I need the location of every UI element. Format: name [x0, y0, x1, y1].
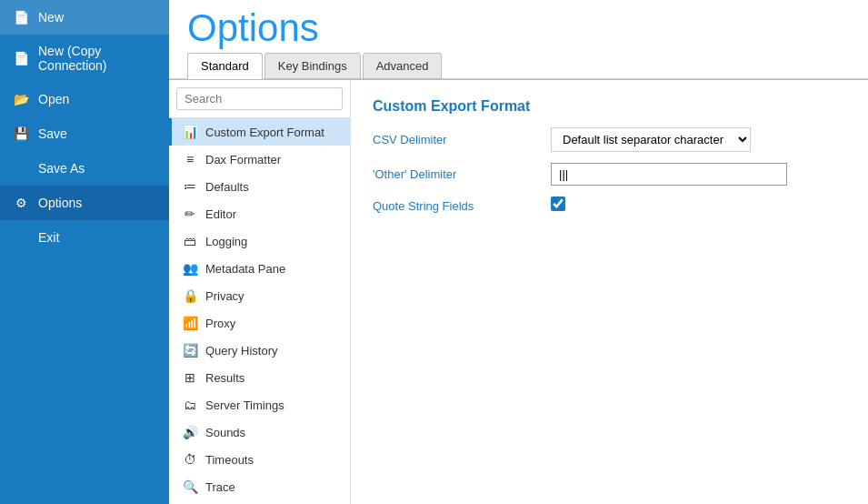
tabs-row: Standard Key Bindings Advanced	[187, 53, 850, 79]
other-delimiter-control	[551, 163, 846, 186]
save-icon: 💾	[13, 126, 29, 142]
results-icon: ⊞	[182, 370, 198, 385]
nav-item-defaults[interactable]: ≔ Defaults	[169, 173, 350, 200]
csv-delimiter-control: Default list separator character Comma S…	[551, 127, 846, 152]
timeouts-icon: ⏱	[182, 452, 198, 467]
sidebar-item-exit[interactable]: Exit	[0, 220, 169, 255]
nav-item-label: Privacy	[205, 289, 244, 303]
nav-item-privacy[interactable]: 🔒 Privacy	[169, 282, 350, 309]
main-content: Options Standard Key Bindings Advanced 📊…	[169, 0, 868, 504]
nav-item-trace[interactable]: 🔍 Trace	[169, 473, 350, 500]
sidebar-item-label: New (Copy Connection)	[38, 44, 156, 73]
nav-item-label: Dax Formatter	[205, 153, 281, 166]
trace-icon: 🔍	[182, 479, 198, 494]
nav-item-label: Custom Export Format	[205, 126, 324, 139]
sidebar-item-label: Open	[38, 92, 69, 106]
new-doc-icon: 📄	[13, 9, 29, 25]
nav-item-custom-export-format[interactable]: 📊 Custom Export Format	[169, 118, 350, 146]
new-copy-icon: 📄	[13, 50, 29, 66]
nav-item-label: Editor	[205, 207, 236, 221]
other-delimiter-row: 'Other' Delimiter	[373, 163, 846, 186]
save-as-icon	[13, 160, 29, 176]
privacy-icon: 🔒	[182, 288, 198, 303]
other-delimiter-label: 'Other' Delimiter	[373, 167, 536, 181]
quote-string-fields-checkbox[interactable]	[551, 197, 565, 211]
nav-item-label: Server Timings	[205, 398, 284, 412]
nav-item-label: Timeouts	[205, 453, 254, 467]
editor-icon: ✏	[182, 207, 198, 221]
sidebar-item-new[interactable]: 📄 New	[0, 0, 169, 35]
sidebar-item-label: New	[38, 10, 64, 25]
csv-delimiter-label: CSV Delimiter	[373, 133, 536, 146]
nav-item-label: Query History	[205, 344, 277, 358]
exit-icon	[13, 229, 29, 246]
search-box	[169, 80, 350, 118]
nav-item-label: Defaults	[205, 180, 249, 194]
query-history-icon: 🔄	[182, 343, 198, 358]
server-timings-icon: 🗂	[182, 398, 198, 412]
nav-item-timeouts[interactable]: ⏱ Timeouts	[169, 446, 350, 473]
nav-item-logging[interactable]: 🗃 Logging	[169, 227, 350, 255]
proxy-icon: 📶	[182, 316, 198, 330]
nav-item-label: Logging	[205, 235, 247, 248]
sidebar-item-new-copy[interactable]: 📄 New (Copy Connection)	[0, 35, 169, 82]
nav-item-label: Metadata Pane	[205, 262, 285, 276]
open-icon: 📂	[13, 91, 29, 107]
sidebar: 📄 New 📄 New (Copy Connection) 📂 Open 💾 S…	[0, 0, 169, 504]
quote-string-fields-control	[551, 197, 846, 215]
left-nav: 📊 Custom Export Format ≡ Dax Formatter ≔…	[169, 80, 351, 504]
sidebar-item-label: Exit	[38, 230, 59, 245]
dax-formatter-icon: ≡	[182, 152, 198, 166]
sidebar-item-options[interactable]: ⚙ Options	[0, 186, 169, 220]
sidebar-item-save-as[interactable]: Save As	[0, 151, 169, 186]
quote-string-fields-label: Quote String Fields	[373, 199, 536, 213]
tab-key-bindings[interactable]: Key Bindings	[264, 53, 361, 79]
nav-item-query-history[interactable]: 🔄 Query History	[169, 337, 350, 364]
nav-item-proxy[interactable]: 📶 Proxy	[169, 309, 350, 337]
nav-item-editor[interactable]: ✏ Editor	[169, 200, 350, 227]
search-input[interactable]	[176, 87, 343, 110]
sidebar-item-label: Options	[38, 196, 82, 210]
nav-item-server-timings[interactable]: 🗂 Server Timings	[169, 391, 350, 418]
nav-item-label: Proxy	[205, 317, 235, 330]
nav-item-label: Sounds	[205, 426, 245, 439]
sidebar-item-open[interactable]: 📂 Open	[0, 82, 169, 116]
sounds-icon: 🔊	[182, 425, 198, 439]
quote-string-fields-row: Quote String Fields	[373, 197, 846, 215]
content-area: 📊 Custom Export Format ≡ Dax Formatter ≔…	[169, 79, 868, 504]
tab-standard[interactable]: Standard	[187, 53, 263, 79]
options-icon: ⚙	[13, 195, 29, 211]
nav-item-label: Results	[205, 371, 244, 385]
custom-export-icon: 📊	[182, 125, 198, 139]
nav-item-metadata-pane[interactable]: 👥 Metadata Pane	[169, 255, 350, 282]
nav-item-sounds[interactable]: 🔊 Sounds	[169, 418, 350, 446]
sidebar-item-save[interactable]: 💾 Save	[0, 116, 169, 151]
nav-item-dax-formatter[interactable]: ≡ Dax Formatter	[169, 146, 350, 173]
nav-item-results[interactable]: ⊞ Results	[169, 364, 350, 391]
right-panel: Custom Export Format CSV Delimiter Defau…	[351, 80, 868, 504]
other-delimiter-input[interactable]	[551, 163, 787, 186]
page-title: Options	[187, 7, 850, 49]
csv-delimiter-select[interactable]: Default list separator character Comma S…	[551, 127, 751, 152]
options-header: Options Standard Key Bindings Advanced	[169, 0, 868, 79]
panel-title: Custom Export Format	[373, 98, 846, 115]
defaults-icon: ≔	[182, 179, 198, 194]
logging-icon: 🗃	[182, 234, 198, 248]
nav-item-label: Trace	[205, 480, 235, 494]
metadata-pane-icon: 👥	[182, 261, 198, 276]
tab-advanced[interactable]: Advanced	[363, 53, 443, 79]
sidebar-item-label: Save	[38, 126, 67, 141]
csv-delimiter-row: CSV Delimiter Default list separator cha…	[373, 127, 846, 152]
sidebar-item-label: Save As	[38, 161, 85, 176]
